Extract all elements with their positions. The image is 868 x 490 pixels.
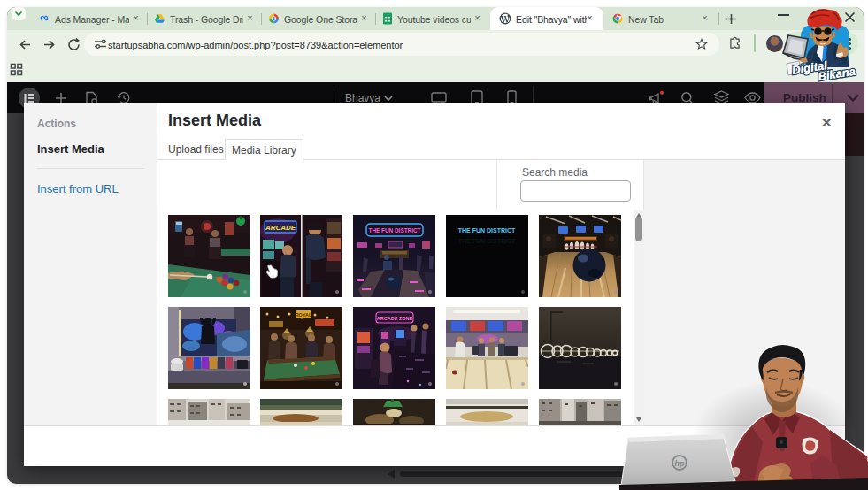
svg-text:ARCADE: ARCADE: [265, 224, 296, 232]
svg-text:ARCADE ZONE: ARCADE ZONE: [377, 316, 413, 321]
svg-text:ROYAL: ROYAL: [296, 312, 312, 318]
svg-text:THE FUN DISTRICT: THE FUN DISTRICT: [369, 227, 421, 234]
svg-text:THE FUN DISTRICT: THE FUN DISTRICT: [458, 227, 516, 234]
svg-text:THE FUN DISTRICT: THE FUN DISTRICT: [458, 238, 516, 244]
svg-text:hp: hp: [675, 459, 685, 468]
